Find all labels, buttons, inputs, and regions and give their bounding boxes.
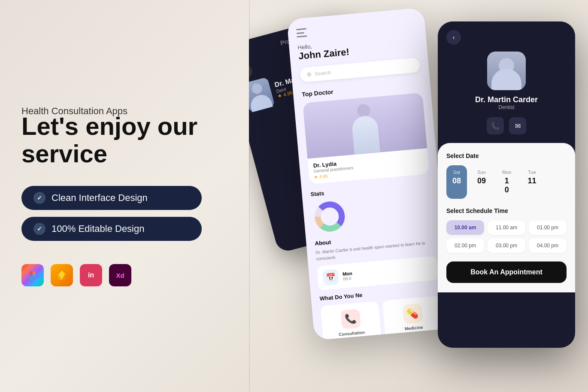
medicine-label: Medicine [404, 325, 423, 331]
doctor-avatar-figure [487, 52, 526, 90]
date-day-sun: Sun [477, 170, 486, 175]
check-icon-1 [33, 192, 45, 204]
doctor-rating-value: 4.95 [319, 173, 328, 179]
date-day-sat: Sat [452, 170, 461, 175]
profile-back-btn[interactable]: ‹ [249, 64, 254, 79]
doctor-specialty-main: Dentist [498, 104, 514, 110]
email-button[interactable]: ✉ [509, 117, 526, 134]
select-date-label: Select Date [446, 152, 567, 159]
doctor-thumbnail [249, 77, 275, 112]
star-icon-home: ★ [314, 174, 318, 179]
email-icon: ✉ [515, 122, 521, 130]
date-item-sat[interactable]: Sat 08 [446, 165, 467, 199]
appointment-mini: 📅 Mon 09.0 [317, 256, 439, 290]
time-0200[interactable]: 02.00 pm [446, 238, 484, 253]
date-item-tue[interactable]: Tue 11 [521, 165, 542, 199]
what-section: What Do You Ne 📞 Consultation 💊 Medicine [319, 285, 443, 340]
feature-badge-1: Clean Interface Design [21, 186, 202, 210]
phone-home: Hello, John Zaire! Search Top Doctor [287, 7, 452, 340]
right-panel: Profile ‹ Dr. Martin Ca Dent ★ 4.95 [249, 0, 588, 392]
search-placeholder: Search [315, 70, 331, 77]
book-appointment-button[interactable]: Book An Appointment [446, 261, 567, 283]
doctor-card-image [303, 92, 427, 158]
main-title: Let's enjoy ourservice [21, 112, 227, 167]
feature-label-2: 100% Editable Design [52, 223, 144, 234]
appointment-info: Mon 09.0 [342, 264, 433, 281]
what-consultation[interactable]: 📞 Consultation [320, 301, 381, 340]
date-item-mon[interactable]: Mon 10 [496, 165, 517, 199]
doctor-name-main: Dr. Martin Carder [475, 95, 538, 104]
doctor-card: Dr. Lydia General practitioners ★ 4.95 [303, 92, 429, 184]
stats-chart [311, 198, 349, 235]
what-medicine[interactable]: 💊 Medicine [382, 296, 443, 339]
search-bar[interactable]: Search [300, 58, 421, 82]
tools-row: in Xd [21, 264, 227, 286]
star-icon: ★ [277, 93, 282, 99]
date-day-mon: Mon [502, 170, 511, 175]
feature-label-1: Clean Interface Design [52, 192, 148, 204]
date-num-mon: 10 [502, 176, 511, 194]
appointment-icon: 📅 [322, 269, 339, 286]
date-num-sat: 08 [452, 176, 461, 185]
search-icon [307, 72, 312, 77]
consultation-label: Consultation [339, 330, 365, 337]
date-num-sun: 09 [477, 176, 486, 185]
select-time-label: Select Schedule Time [446, 207, 567, 214]
sketch-icon [51, 264, 73, 286]
phone-icon: 📞 [491, 122, 500, 130]
figma-icon [21, 264, 44, 286]
appointment-top: ‹ Dr. Martin Carder Dentist 📞 ✉ [438, 21, 575, 143]
what-grid: 📞 Consultation 💊 Medicine [320, 296, 443, 340]
date-item-sun[interactable]: Sun 09 [471, 165, 492, 199]
phone-button[interactable]: 📞 [487, 117, 504, 134]
doctor-avatar [487, 52, 526, 90]
date-day-tue: Tue [527, 170, 536, 175]
time-1100[interactable]: 11.00 am [488, 220, 525, 235]
consultation-icon: 📞 [340, 309, 361, 329]
time-0300[interactable]: 03.00 pm [488, 238, 525, 253]
back-button[interactable]: ‹ [446, 30, 461, 45]
time-grid: 10.00 am 11.00 am 01.00 pm 02.00 pm 03.0… [446, 220, 567, 253]
check-icon-2 [33, 223, 45, 235]
time-0400[interactable]: 04.00 pm [529, 238, 567, 253]
date-row: Sat 08 Sun 09 Mon 10 Tue 11 [446, 165, 567, 199]
left-panel: Health Consultation Apps Let's enjoy our… [0, 0, 249, 392]
date-num-tue: 11 [527, 176, 536, 185]
time-1000[interactable]: 10.00 am [446, 220, 484, 235]
feature-badge-2: 100% Editable Design [21, 217, 202, 241]
phone-appointment: ‹ Dr. Martin Carder Dentist 📞 ✉ [438, 21, 575, 348]
medicine-icon: 💊 [402, 304, 423, 324]
time-0100[interactable]: 01.00 pm [529, 220, 567, 235]
appointment-section: Select Date Sat 08 Sun 09 Mon 10 Tue 11 [438, 143, 575, 292]
invision-icon: in [80, 264, 102, 286]
xd-icon: Xd [109, 264, 131, 286]
contact-buttons: 📞 ✉ [487, 117, 526, 134]
